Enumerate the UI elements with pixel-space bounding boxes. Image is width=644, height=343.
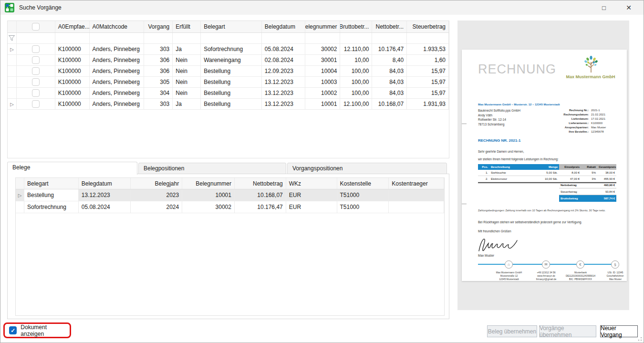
vorgaenge-cell-belegart[interactable]: Bestellung (201, 88, 262, 98)
belege-cell-wkz[interactable]: EUR (286, 201, 337, 213)
vorgaenge-cell-checkbox[interactable] (17, 44, 55, 54)
row-expand-icon[interactable]: ▷ (10, 47, 14, 52)
vorgaenge-header-empfaenger[interactable]: A0Empfae... (55, 21, 90, 32)
vorgaenge-row[interactable]: K100000Anders, Pinneberg306NeinBestellun… (8, 66, 449, 77)
vorgaenge-cell-vorgang[interactable]: 304 (144, 88, 173, 98)
vorgaenge-cell-steuer[interactable]: 1.931,93 (407, 99, 449, 109)
vorgaenge-cell-netto[interactable]: 10.168,07 (372, 99, 407, 109)
belege-header-belegnummer[interactable]: Belegnummer (182, 178, 235, 189)
vorgaenge-cell-brutto[interactable]: 12.110,00 (340, 44, 372, 54)
belege-cell-indicator[interactable] (16, 201, 24, 213)
vorgaenge-cell-matchcode[interactable]: Anders, Pinneberg (90, 99, 145, 109)
vorgaenge-row[interactable]: K100000Anders, Pinneberg306NeinWareneing… (8, 55, 449, 66)
vorgaenge-cell-brutto[interactable]: 10,00 (340, 55, 372, 65)
vorgaenge-cell-matchcode[interactable]: Anders, Pinneberg (90, 44, 145, 54)
belege-header-kostenstelle[interactable]: Kostenstelle (337, 178, 389, 189)
vorgaenge-cell-indicator[interactable] (8, 77, 17, 87)
vorgaenge-cell-empfaenger[interactable]: K100000 (55, 44, 90, 54)
vorgaenge-cell-vorgang[interactable]: 306 (144, 66, 173, 76)
vorgaenge-cell-brutto[interactable]: 12.100,00 (340, 99, 372, 109)
belege-header-kostentraeger[interactable]: Kostentraeger (389, 178, 444, 189)
belege-cell-belegart[interactable]: Sofortrechnung (24, 201, 79, 213)
vorgaenge-cell-matchcode[interactable]: Anders, Pinneberg (90, 66, 145, 76)
vorgaenge-cell-checkbox[interactable] (17, 66, 55, 76)
vorgaenge-cell-steuer[interactable]: 15,97 (407, 66, 449, 76)
vorgaenge-cell-belegdatum[interactable]: 13.12.2023 (262, 99, 305, 109)
vorgaenge-cell-belegart[interactable]: Bestellung (201, 77, 262, 87)
vorgaenge-cell-belegart[interactable]: Bestellung (201, 99, 262, 109)
belege-header-belegjahr[interactable]: Belegjahr (131, 178, 182, 189)
vorgaenge-filter-cell[interactable] (407, 33, 449, 43)
belege-cell-kostentraeger[interactable] (389, 189, 444, 201)
vorgaenge-header-checkbox[interactable] (32, 23, 40, 31)
vorgaenge-cell-indicator[interactable] (8, 88, 17, 98)
vorgaenge-cell-vorgang[interactable]: 303 (144, 99, 173, 109)
vorgaenge-cell-empfaenger[interactable]: K100000 (55, 99, 90, 109)
dokument-anzeigen-label[interactable]: Dokument anzeigen (21, 324, 70, 337)
close-button[interactable]: ✕ (618, 0, 640, 15)
vorgaenge-cell-erfuellt[interactable]: Ja (173, 44, 201, 54)
vorgaenge-header-vorgang[interactable]: Vorgang (144, 21, 173, 32)
vorgaenge-header-belegdatum[interactable]: Belegdatum (262, 21, 305, 32)
vorgaenge-cell-belegnummer[interactable]: 10002 (305, 88, 341, 98)
vorgaenge-cell-steuer[interactable]: 1,60 (407, 55, 449, 65)
belege-cell-wkz[interactable]: EUR (286, 189, 337, 201)
belege-cell-belegdatum[interactable]: 13.12.2023 (79, 189, 131, 201)
vorgaenge-cell-belegnummer[interactable]: 30002 (305, 44, 341, 54)
filter-icon-cell[interactable] (8, 33, 17, 43)
vorgaenge-filter-cell[interactable] (340, 33, 372, 43)
belege-cell-belegnummer[interactable]: 30002 (182, 201, 235, 213)
vorgaenge-filter-cell[interactable] (55, 33, 90, 43)
vorgaenge-cell-belegdatum[interactable]: 02.08.2024 (262, 55, 305, 65)
vorgaenge-cell-netto[interactable]: 10.176,47 (372, 44, 407, 54)
vorgaenge-cell-vorgang[interactable]: 305 (144, 77, 173, 87)
vorgaenge-filter-cell[interactable] (262, 33, 305, 43)
resize-grip[interactable] (637, 336, 642, 341)
vorgaenge-cell-belegdatum[interactable]: 12.09.2023 (262, 66, 305, 76)
vorgaenge-row-checkbox[interactable] (32, 67, 40, 75)
vorgaenge-cell-belegnummer[interactable]: 10001 (305, 99, 341, 109)
belege-row[interactable]: Sofortrechnung05.08.202420243000210.176,… (16, 201, 444, 213)
vorgaenge-header-matchcode[interactable]: A0Matchcode (90, 21, 145, 32)
belege-cell-belegjahr[interactable]: 2024 (131, 201, 182, 213)
vorgaenge-cell-empfaenger[interactable]: K100000 (55, 66, 90, 76)
belege-cell-kostenstelle[interactable]: T51000 (337, 201, 389, 213)
vorgaenge-row-checkbox[interactable] (32, 89, 40, 97)
vorgaenge-cell-empfaenger[interactable]: K100000 (55, 77, 90, 87)
vorgaenge-cell-empfaenger[interactable]: K100000 (55, 55, 90, 65)
tab-vorgangspositionen[interactable]: Vorgangspositionen (287, 163, 447, 174)
vorgaenge-header-belegnummer[interactable]: Belegnummer (305, 21, 341, 32)
belege-cell-netto[interactable]: 10.168,07 (235, 189, 286, 201)
vorgaenge-cell-checkbox[interactable] (17, 77, 55, 87)
vorgaenge-cell-netto[interactable]: 84,03 (372, 88, 407, 98)
vorgaenge-cell-checkbox[interactable] (17, 99, 55, 109)
vorgaenge-cell-belegart[interactable]: Bestellung (201, 66, 262, 76)
vorgaenge-cell-erfuellt[interactable]: Nein (173, 66, 201, 76)
vorgaenge-cell-brutto[interactable]: 100,00 (340, 77, 372, 87)
vorgaenge-cell-belegdatum[interactable]: 13.12.2023 (262, 88, 305, 98)
dokument-anzeigen-checkbox[interactable]: ✓ (9, 326, 17, 334)
vorgaenge-header-steuer[interactable]: Steuerbetrag (407, 21, 449, 32)
vorgaenge-cell-erfuellt[interactable]: Nein (173, 77, 201, 87)
vorgaenge-cell-indicator[interactable] (8, 66, 17, 76)
vorgaenge-cell-checkbox[interactable] (17, 55, 55, 65)
maximize-button[interactable]: □ (593, 0, 615, 15)
belege-cell-indicator[interactable]: ▷ (16, 189, 24, 201)
vorgaenge-cell-steuer[interactable]: 1.933,53 (407, 44, 449, 54)
vorgaenge-filter-row[interactable] (8, 33, 449, 44)
vorgaenge-row-checkbox[interactable] (32, 78, 40, 86)
belege-cell-kostentraeger[interactable] (389, 201, 444, 213)
vorgaenge-cell-matchcode[interactable]: Anders, Pinneberg (90, 77, 145, 87)
vorgaenge-cell-matchcode[interactable]: Anders, Pinneberg (90, 55, 145, 65)
vorgaenge-cell-belegnummer[interactable]: 30001 (305, 55, 341, 65)
belege-row[interactable]: ▷Bestellung13.12.202320231000110.168,07E… (16, 189, 444, 201)
vorgaenge-cell-belegnummer[interactable]: 10004 (305, 66, 341, 76)
belege-cell-belegnummer[interactable]: 10001 (182, 189, 235, 201)
row-expand-icon[interactable]: ▷ (18, 193, 22, 198)
tab-belege[interactable]: Belege (7, 162, 137, 175)
vorgaenge-cell-belegart[interactable]: Wareneingang (201, 55, 262, 65)
vorgaenge-row-checkbox[interactable] (32, 45, 40, 53)
vorgaenge-filter-cell[interactable] (144, 33, 173, 43)
vorgaenge-row[interactable]: ▷K100000Anders, Pinneberg303JaSofortrech… (8, 44, 449, 55)
vorgaenge-row[interactable]: ▷K100000Anders, Pinneberg303JaBestellung… (8, 99, 449, 110)
